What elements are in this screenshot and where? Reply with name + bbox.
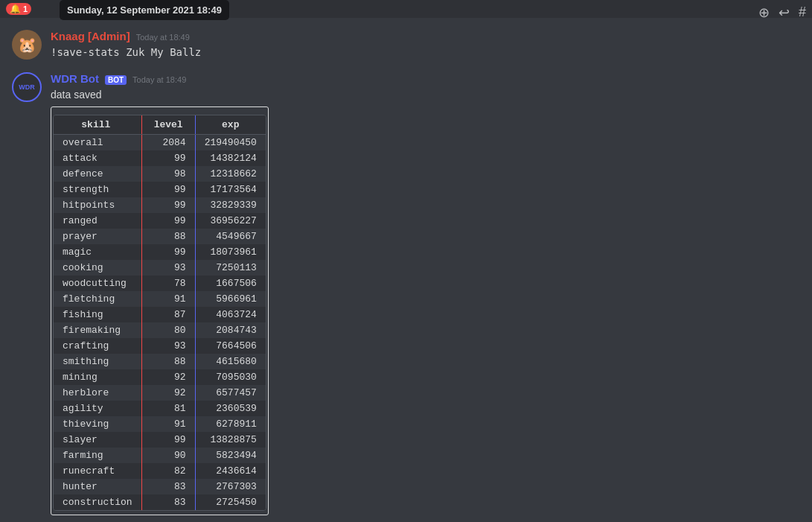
cell-exp: 219490450 <box>195 135 266 151</box>
cell-exp: 2084743 <box>195 322 266 338</box>
table-row: ranged9936956227 <box>54 213 266 229</box>
cell-skill: smithing <box>54 354 141 369</box>
col-header-level: level <box>141 115 195 135</box>
table-row: runecraft822436614 <box>54 463 266 479</box>
cell-exp: 17173564 <box>195 182 266 197</box>
col-header-exp: exp <box>195 115 266 135</box>
table-row: cooking937250113 <box>54 260 266 276</box>
table-row: slayer9913828875 <box>54 432 266 448</box>
cell-level: 88 <box>141 354 195 369</box>
cell-skill: thieving <box>54 416 141 432</box>
cell-skill: hunter <box>54 479 141 494</box>
table-row: agility812360539 <box>54 401 266 416</box>
table-row: mining927095030 <box>54 369 266 385</box>
message-wdrbot: WDR WDR Bot BOT Today at 18:49 data save… <box>12 72 800 516</box>
cell-exp: 18073961 <box>195 244 266 260</box>
cell-level: 93 <box>141 260 195 276</box>
chat-area: 🐹 Knaag [Admin] Today at 18:49 !save-sta… <box>0 18 812 522</box>
cell-exp: 32829339 <box>195 197 266 213</box>
cell-skill: firemaking <box>54 322 141 338</box>
table-row: crafting937664506 <box>54 338 266 354</box>
cell-skill: cooking <box>54 260 141 276</box>
cell-level: 99 <box>141 182 195 197</box>
cell-level: 98 <box>141 166 195 182</box>
table-header-row: skill level exp <box>54 115 266 135</box>
cell-exp: 1667506 <box>195 276 266 291</box>
table-row: construction832725450 <box>54 494 266 510</box>
table-row: smithing884615680 <box>54 354 266 369</box>
cell-level: 92 <box>141 385 195 401</box>
cell-level: 99 <box>141 213 195 229</box>
cell-skill: crafting <box>54 338 141 354</box>
cell-skill: construction <box>54 494 141 510</box>
cell-level: 90 <box>141 448 195 463</box>
cell-exp: 7250113 <box>195 260 266 276</box>
table-row: hitpoints9932829339 <box>54 197 266 213</box>
cell-exp: 5823494 <box>195 448 266 463</box>
cell-skill: runecraft <box>54 463 141 479</box>
cell-level: 99 <box>141 150 195 166</box>
cell-skill: overall <box>54 135 141 151</box>
table-row: overall2084219490450 <box>54 135 266 151</box>
cell-exp: 4549667 <box>195 229 266 244</box>
cell-level: 91 <box>141 291 195 307</box>
cell-skill: herblore <box>54 385 141 401</box>
cell-level: 91 <box>141 416 195 432</box>
cell-skill: fletching <box>54 291 141 307</box>
timestamp-wdrbot: Today at 18:49 <box>132 75 186 84</box>
table-row: thieving916278911 <box>54 416 266 432</box>
cell-skill: hitpoints <box>54 197 141 213</box>
avatar-wdrbot: WDR <box>12 72 42 102</box>
table-row: hunter832767303 <box>54 479 266 494</box>
cell-level: 80 <box>141 322 195 338</box>
cell-exp: 2360539 <box>195 401 266 416</box>
cell-level: 81 <box>141 401 195 416</box>
cell-level: 99 <box>141 432 195 448</box>
message-header-wdrbot: WDR Bot BOT Today at 18:49 <box>51 72 800 85</box>
cell-level: 99 <box>141 244 195 260</box>
cell-exp: 7664506 <box>195 338 266 354</box>
cell-exp: 4615680 <box>195 354 266 369</box>
table-row: firemaking802084743 <box>54 322 266 338</box>
cell-level: 2084 <box>141 135 195 151</box>
table-row: fletching915966961 <box>54 291 266 307</box>
cell-skill: agility <box>54 401 141 416</box>
table-row: magic9918073961 <box>54 244 266 260</box>
cell-exp: 5966961 <box>195 291 266 307</box>
cell-skill: slayer <box>54 432 141 448</box>
message-text-wdrbot: data saved <box>51 88 800 103</box>
message-content-knaag: Knaag [Admin] Today at 18:49 !save-stats… <box>51 30 800 60</box>
cell-level: 83 <box>141 494 195 510</box>
table-row: woodcutting781667506 <box>54 276 266 291</box>
date-tooltip: Sunday, 12 September 2021 18:49 <box>60 0 229 20</box>
stats-table: skill level exp overall2084219490450atta… <box>54 115 266 510</box>
table-row: herblore926577457 <box>54 385 266 401</box>
reply-icon[interactable]: ↩ <box>779 4 790 21</box>
cell-exp: 14382124 <box>195 150 266 166</box>
cell-skill: fishing <box>54 307 141 322</box>
cell-skill: mining <box>54 369 141 385</box>
cell-skill: farming <box>54 448 141 463</box>
message-header-knaag: Knaag [Admin] Today at 18:49 <box>51 30 800 42</box>
username-knaag: Knaag [Admin] <box>51 30 130 42</box>
cell-level: 83 <box>141 479 195 494</box>
stats-table-container: skill level exp overall2084219490450atta… <box>53 115 266 511</box>
bot-badge: BOT <box>105 75 127 85</box>
timestamp-knaag: Today at 18:49 <box>136 33 190 42</box>
add-friend-icon[interactable]: ⊕ <box>758 4 770 21</box>
cell-exp: 2436614 <box>195 463 266 479</box>
table-row: attack9914382124 <box>54 150 266 166</box>
cell-skill: defence <box>54 166 141 182</box>
cell-level: 82 <box>141 463 195 479</box>
stats-table-outer: skill level exp overall2084219490450atta… <box>51 106 269 515</box>
cell-level: 93 <box>141 338 195 354</box>
notification-badge[interactable]: 🔔 1 <box>6 3 31 15</box>
notification-count: 1 <box>23 4 28 13</box>
hashtag-icon[interactable]: # <box>799 4 806 21</box>
cell-exp: 36956227 <box>195 213 266 229</box>
top-actions: ⊕ ↩ # <box>758 4 806 21</box>
cell-level: 87 <box>141 307 195 322</box>
cell-exp: 12318662 <box>195 166 266 182</box>
cell-exp: 6278911 <box>195 416 266 432</box>
cell-exp: 13828875 <box>195 432 266 448</box>
